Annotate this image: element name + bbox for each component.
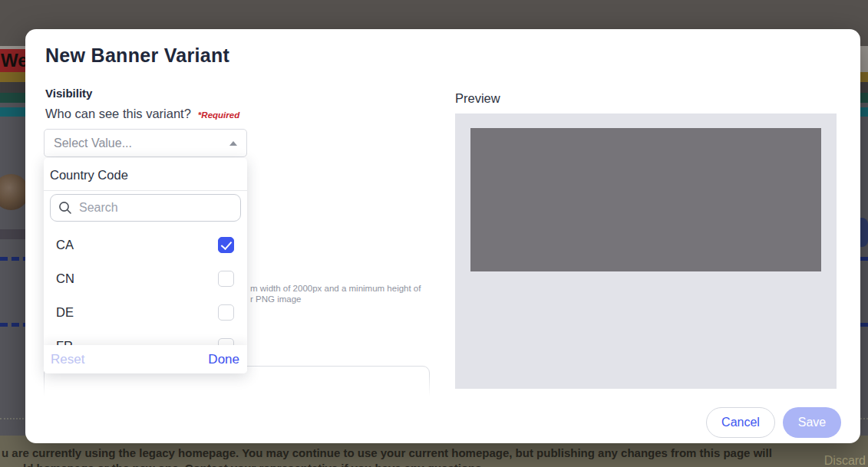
modal-footer: Cancel Save	[706, 407, 841, 438]
option-label: CA	[56, 238, 74, 252]
preview-area	[455, 113, 837, 389]
image-requirements-helper-text: m width of 2000px and a minimum height o…	[250, 284, 421, 304]
checkbox-ca[interactable]	[218, 237, 234, 253]
search-icon	[58, 201, 72, 215]
reset-button[interactable]: Reset	[51, 352, 84, 367]
banner-message-line1: u are currently using the legacy homepag…	[2, 446, 772, 459]
visibility-question: Who can see this variant?	[45, 107, 191, 120]
dropdown-footer: Reset Done	[44, 345, 247, 373]
visibility-question-row: Who can see this variant?*Required	[45, 107, 239, 121]
preview-label: Preview	[455, 91, 500, 106]
cancel-button[interactable]: Cancel	[706, 407, 775, 438]
option-row-de[interactable]: DE	[44, 295, 247, 329]
required-note: *Required	[198, 110, 239, 120]
option-label: CN	[56, 271, 74, 286]
search-input[interactable]	[79, 201, 233, 215]
checkbox-cn[interactable]	[218, 271, 234, 287]
save-button[interactable]: Save	[783, 407, 841, 438]
visibility-select[interactable]: Select Value...	[44, 129, 247, 157]
banner-message-line2: ld homepage or the new one. Contact your…	[23, 462, 482, 467]
input-fade-overlay	[41, 374, 434, 414]
dropdown-options-list: CA CN DE FR	[44, 228, 247, 363]
modal-title: New Banner Variant	[45, 44, 229, 67]
option-row-ca[interactable]: CA	[44, 228, 247, 261]
discard-link[interactable]: Discard	[824, 454, 866, 467]
new-banner-variant-modal: New Banner Variant Visibility Who can se…	[25, 29, 860, 443]
visibility-select-value: Select Value...	[54, 136, 132, 150]
banner-image-placeholder	[470, 128, 821, 271]
country-code-dropdown: Country Code CA CN DE FR	[44, 158, 247, 373]
visibility-section-label: Visibility	[45, 87, 92, 100]
checkbox-de[interactable]	[218, 304, 234, 321]
option-row-cn[interactable]: CN	[44, 261, 247, 295]
done-button[interactable]: Done	[208, 352, 239, 367]
dropdown-header: Country Code	[44, 158, 247, 191]
dropdown-search-box[interactable]	[50, 194, 241, 222]
option-label: DE	[56, 305, 74, 320]
helper-text-line2: r PNG image	[250, 294, 421, 305]
helper-text-line1: m width of 2000px and a minimum height o…	[250, 284, 421, 294]
chevron-up-icon	[229, 141, 237, 146]
